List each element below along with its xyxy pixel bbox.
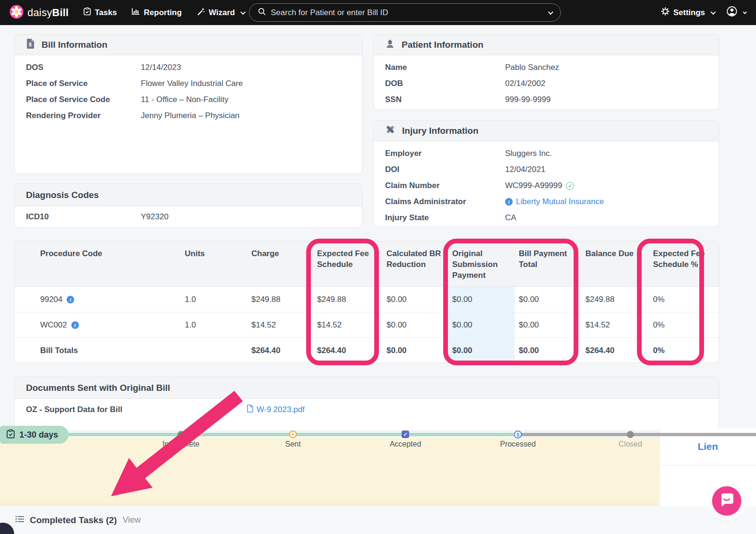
info-icon[interactable]: i: [67, 296, 74, 303]
field-label: SSN: [374, 95, 505, 104]
timeline-label: Sent: [260, 440, 326, 448]
detail-row: Injury StateCA: [374, 210, 719, 226]
card-title: Injury Information: [402, 126, 479, 136]
field-value: 999-99-9999: [505, 95, 550, 104]
field-value: 12/14/2023: [141, 63, 181, 72]
pdf-file-icon: [247, 405, 253, 415]
timeline-label: Processed: [485, 440, 551, 448]
card-title: Patient Information: [402, 40, 483, 50]
table-cell: $264.40: [313, 338, 382, 363]
table-row: 99204i1.0$249.88$249.88$0.00$0.00$0.00$2…: [15, 287, 719, 312]
daisybill-logo[interactable]: daisyBill: [9, 5, 69, 21]
nav-item-wizard[interactable]: Wizard: [197, 8, 245, 18]
column-header: Procedure Code: [15, 241, 180, 286]
field-value: Flower Valley Industrial Care: [141, 79, 243, 88]
field-value: 11 - Office – Non-Facility: [141, 95, 229, 104]
global-search[interactable]: [249, 3, 561, 22]
timeline-node-closed: [627, 431, 634, 438]
table-cell: $0.00: [448, 287, 515, 312]
view-completed-tasks-link[interactable]: View: [122, 515, 141, 525]
table-cell: $249.88: [313, 287, 382, 312]
claims-administrator-link[interactable]: iLiberty Mutual Insurance: [505, 197, 604, 207]
column-header: Original Submission Payment: [448, 241, 515, 286]
reporting-chart-icon: [132, 8, 140, 17]
table-cell: $14.52: [313, 312, 382, 337]
field-label: Place of Service: [15, 79, 141, 88]
diagnosis-codes-card: Diagnosis Codes ICD10Y92320: [14, 183, 362, 228]
detail-row: DOI12/04/2021: [374, 162, 719, 178]
table-cell: $0.00: [448, 312, 515, 337]
table-cell: $0.00: [382, 312, 448, 337]
table-cell: $249.88: [581, 287, 649, 312]
nav-item-tasks[interactable]: Tasks: [84, 7, 117, 18]
gear-icon: [661, 7, 670, 18]
field-label: Place of Service Code: [15, 95, 141, 104]
field-label: DOS: [15, 63, 141, 72]
verified-check-icon: ✓: [566, 182, 574, 190]
field-value: 02/14/2002: [505, 79, 545, 88]
nav-item-settings[interactable]: Settings: [661, 7, 714, 18]
table-cell: [180, 338, 247, 363]
table-cell: $264.40: [581, 338, 649, 363]
top-nav: daisyBill Tasks Reporting: [0, 0, 756, 25]
bill-totals-row: Bill Totals$264.40$264.40$0.00$0.00$0.00…: [15, 338, 719, 363]
search-icon: [258, 8, 266, 17]
wizard-wand-icon: [197, 8, 205, 18]
list-icon: [16, 516, 24, 525]
search-input[interactable]: [271, 8, 541, 17]
timeline-node-sent: [289, 431, 297, 438]
search-chevron-down-icon[interactable]: [548, 9, 553, 14]
daisy-flower-icon: [9, 5, 24, 21]
document-link[interactable]: W-9 2023.pdf: [247, 405, 305, 415]
field-label: ICD10: [15, 212, 141, 222]
field-value: Jenny Plumeria – Physician: [141, 111, 240, 121]
detail-row: Claims AdministratoriLiberty Mutual Insu…: [374, 194, 719, 210]
nav-item-account[interactable]: [727, 6, 746, 19]
field-value: CA: [505, 213, 516, 223]
table-cell: $0.00: [515, 338, 581, 363]
procedure-code-cell: 99204i: [15, 287, 180, 312]
table-cell: 0%: [649, 287, 720, 312]
svg-text:$: $: [29, 42, 32, 47]
patient-worker-icon: [385, 39, 395, 51]
chevron-down-icon: [241, 9, 246, 14]
chevron-down-icon: [743, 10, 747, 14]
info-icon: i: [505, 198, 513, 206]
field-label: Rendering Provider: [15, 111, 141, 121]
card-title: Bill Information: [42, 40, 107, 50]
column-header: Expected Fee Schedule: [313, 241, 382, 286]
injury-information-card: Injury Information EmployerSluggers Inc.…: [373, 120, 719, 227]
table-cell: 1.0: [180, 312, 247, 337]
detail-row: ICD10Y92320: [15, 209, 362, 225]
nav-item-reporting[interactable]: Reporting: [132, 8, 181, 17]
detail-row: NamePablo Sanchez: [374, 60, 719, 76]
task-banner: Denial EOR Posted Flora Billings: [0, 438, 659, 506]
column-header: Calculated BR Reduction: [382, 241, 448, 286]
card-title: Documents Sent with Original Bill: [26, 383, 170, 393]
info-icon[interactable]: i: [71, 321, 79, 329]
table-cell: $0.00: [382, 338, 448, 363]
bill-information-card: $ Bill Information DOS12/14/2023Place of…: [14, 34, 362, 174]
field-value: Pablo Sanchez: [505, 63, 559, 72]
table-cell: $0.00: [515, 312, 581, 337]
status-closed-dot-icon: [627, 431, 634, 438]
column-header: Expected Fee Schedule %: [649, 241, 720, 286]
status-processed-dollar-icon: $: [514, 431, 522, 439]
table-row: WC002i1.0$14.52$14.52$0.00$0.00$0.00$14.…: [15, 312, 719, 338]
documents-card: Documents Sent with Original Bill OZ - S…: [14, 377, 719, 431]
table-cell: $0.00: [448, 338, 515, 363]
field-value: Sluggers Inc.: [505, 149, 552, 158]
procedure-table: Procedure CodeUnitsChargeExpected Fee Sc…: [14, 241, 719, 363]
field-value: 12/04/2021: [505, 165, 545, 174]
field-label: Claims Administrator: [374, 197, 505, 207]
bill-totals-label: Bill Totals: [15, 338, 180, 363]
table-cell: 1.0: [180, 287, 247, 312]
column-header: Bill Payment Total: [515, 241, 581, 286]
chat-bubble-icon: [719, 493, 734, 509]
chat-launcher-button[interactable]: [712, 486, 741, 516]
document-row: OZ - Support Data for Bill W-9 2023.pdf: [15, 400, 719, 419]
field-value: WC999-A99999: [505, 181, 562, 190]
age-badge: 1-30 days: [0, 426, 69, 444]
bill-document-icon: $: [26, 38, 35, 52]
chevron-down-icon: [711, 9, 716, 14]
